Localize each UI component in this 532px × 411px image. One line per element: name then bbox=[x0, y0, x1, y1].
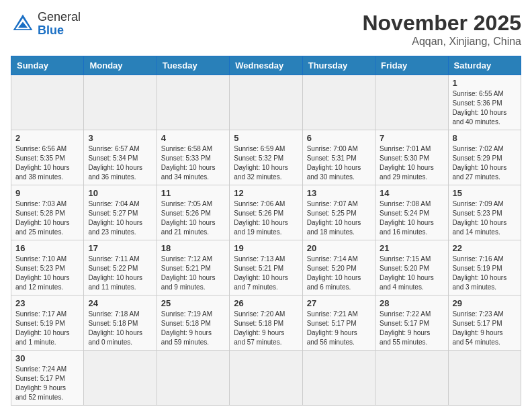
header-thursday: Thursday bbox=[302, 56, 375, 75]
logo: General Blue bbox=[11, 11, 81, 38]
calendar-row: 30Sunrise: 7:24 AM Sunset: 5:17 PM Dayli… bbox=[11, 351, 521, 406]
table-row: 26Sunrise: 7:20 AM Sunset: 5:18 PM Dayli… bbox=[230, 295, 302, 351]
table-row bbox=[230, 351, 302, 406]
day-number: 12 bbox=[234, 188, 298, 198]
header-sunday: Sunday bbox=[11, 56, 84, 75]
day-number: 27 bbox=[307, 298, 371, 308]
table-row: 10Sunrise: 7:04 AM Sunset: 5:27 PM Dayli… bbox=[84, 185, 157, 240]
day-number: 23 bbox=[15, 298, 79, 308]
day-number: 19 bbox=[234, 243, 298, 253]
location-title: Aqqan, Xinjiang, China bbox=[362, 36, 521, 48]
day-info: Sunrise: 7:12 AM Sunset: 5:21 PM Dayligh… bbox=[161, 255, 225, 292]
table-row: 16Sunrise: 7:10 AM Sunset: 5:23 PM Dayli… bbox=[11, 240, 84, 295]
day-info: Sunrise: 7:03 AM Sunset: 5:28 PM Dayligh… bbox=[15, 199, 79, 237]
header-tuesday: Tuesday bbox=[157, 56, 229, 75]
logo-general: General bbox=[38, 10, 81, 24]
day-info: Sunrise: 7:14 AM Sunset: 5:20 PM Dayligh… bbox=[307, 255, 371, 292]
day-info: Sunrise: 7:16 AM Sunset: 5:19 PM Dayligh… bbox=[453, 255, 517, 292]
day-info: Sunrise: 7:15 AM Sunset: 5:20 PM Dayligh… bbox=[380, 255, 443, 292]
table-row: 9Sunrise: 7:03 AM Sunset: 5:28 PM Daylig… bbox=[11, 185, 84, 240]
calendar-row: 1Sunrise: 6:55 AM Sunset: 5:36 PM Daylig… bbox=[11, 75, 521, 130]
day-number: 9 bbox=[15, 188, 79, 198]
day-info: Sunrise: 7:00 AM Sunset: 5:31 PM Dayligh… bbox=[307, 144, 371, 182]
calendar-row: 2Sunrise: 6:56 AM Sunset: 5:35 PM Daylig… bbox=[11, 130, 521, 185]
day-info: Sunrise: 7:18 AM Sunset: 5:18 PM Dayligh… bbox=[88, 310, 152, 347]
table-row bbox=[448, 351, 521, 406]
day-info: Sunrise: 7:04 AM Sunset: 5:27 PM Dayligh… bbox=[88, 199, 152, 237]
day-info: Sunrise: 7:19 AM Sunset: 5:18 PM Dayligh… bbox=[161, 310, 225, 347]
day-number: 15 bbox=[453, 188, 517, 198]
calendar-table: Sunday Monday Tuesday Wednesday Thursday… bbox=[11, 56, 521, 406]
day-info: Sunrise: 7:09 AM Sunset: 5:23 PM Dayligh… bbox=[453, 199, 517, 237]
day-info: Sunrise: 7:17 AM Sunset: 5:19 PM Dayligh… bbox=[15, 310, 79, 347]
day-number: 2 bbox=[15, 133, 79, 143]
calendar-row: 16Sunrise: 7:10 AM Sunset: 5:23 PM Dayli… bbox=[11, 240, 521, 295]
day-info: Sunrise: 7:11 AM Sunset: 5:22 PM Dayligh… bbox=[88, 255, 152, 292]
table-row: 22Sunrise: 7:16 AM Sunset: 5:19 PM Dayli… bbox=[448, 240, 521, 295]
table-row bbox=[375, 75, 448, 130]
table-row bbox=[230, 75, 302, 130]
table-row: 28Sunrise: 7:22 AM Sunset: 5:17 PM Dayli… bbox=[375, 295, 448, 351]
day-number: 25 bbox=[161, 298, 225, 308]
calendar-row: 9Sunrise: 7:03 AM Sunset: 5:28 PM Daylig… bbox=[11, 185, 521, 240]
day-info: Sunrise: 6:57 AM Sunset: 5:34 PM Dayligh… bbox=[88, 144, 152, 182]
day-info: Sunrise: 6:56 AM Sunset: 5:35 PM Dayligh… bbox=[15, 144, 79, 182]
table-row bbox=[302, 75, 375, 130]
table-row: 12Sunrise: 7:06 AM Sunset: 5:26 PM Dayli… bbox=[230, 185, 302, 240]
day-number: 6 bbox=[307, 133, 371, 143]
calendar-row: 23Sunrise: 7:17 AM Sunset: 5:19 PM Dayli… bbox=[11, 295, 521, 351]
table-row bbox=[11, 75, 84, 130]
day-info: Sunrise: 7:01 AM Sunset: 5:30 PM Dayligh… bbox=[380, 144, 443, 182]
table-row bbox=[84, 75, 157, 130]
header-monday: Monday bbox=[84, 56, 157, 75]
table-row bbox=[84, 351, 157, 406]
logo-icon bbox=[11, 12, 35, 36]
table-row: 13Sunrise: 7:07 AM Sunset: 5:25 PM Dayli… bbox=[302, 185, 375, 240]
day-number: 11 bbox=[161, 188, 225, 198]
day-info: Sunrise: 7:06 AM Sunset: 5:26 PM Dayligh… bbox=[234, 199, 298, 237]
table-row: 2Sunrise: 6:56 AM Sunset: 5:35 PM Daylig… bbox=[11, 130, 84, 185]
day-info: Sunrise: 6:58 AM Sunset: 5:33 PM Dayligh… bbox=[161, 144, 225, 182]
table-row: 21Sunrise: 7:15 AM Sunset: 5:20 PM Dayli… bbox=[375, 240, 448, 295]
day-number: 14 bbox=[380, 188, 443, 198]
table-row: 15Sunrise: 7:09 AM Sunset: 5:23 PM Dayli… bbox=[448, 185, 521, 240]
day-number: 13 bbox=[307, 188, 371, 198]
day-number: 8 bbox=[453, 133, 517, 143]
logo-text: General Blue bbox=[38, 11, 81, 38]
day-number: 24 bbox=[88, 298, 152, 308]
table-row bbox=[375, 351, 448, 406]
table-row: 18Sunrise: 7:12 AM Sunset: 5:21 PM Dayli… bbox=[157, 240, 229, 295]
day-number: 22 bbox=[453, 243, 517, 253]
day-info: Sunrise: 6:55 AM Sunset: 5:36 PM Dayligh… bbox=[453, 89, 517, 127]
day-number: 26 bbox=[234, 298, 298, 308]
table-row: 3Sunrise: 6:57 AM Sunset: 5:34 PM Daylig… bbox=[84, 130, 157, 185]
table-row: 23Sunrise: 7:17 AM Sunset: 5:19 PM Dayli… bbox=[11, 295, 84, 351]
table-row: 1Sunrise: 6:55 AM Sunset: 5:36 PM Daylig… bbox=[448, 75, 521, 130]
day-info: Sunrise: 7:05 AM Sunset: 5:26 PM Dayligh… bbox=[161, 199, 225, 237]
day-number: 20 bbox=[307, 243, 371, 253]
table-row: 30Sunrise: 7:24 AM Sunset: 5:17 PM Dayli… bbox=[11, 351, 84, 406]
table-row: 20Sunrise: 7:14 AM Sunset: 5:20 PM Dayli… bbox=[302, 240, 375, 295]
day-info: Sunrise: 7:08 AM Sunset: 5:24 PM Dayligh… bbox=[380, 199, 443, 237]
day-info: Sunrise: 7:22 AM Sunset: 5:17 PM Dayligh… bbox=[380, 310, 443, 347]
table-row bbox=[157, 351, 229, 406]
day-number: 17 bbox=[88, 243, 152, 253]
day-number: 16 bbox=[15, 243, 79, 253]
day-number: 10 bbox=[88, 188, 152, 198]
day-number: 30 bbox=[15, 353, 79, 363]
day-number: 7 bbox=[380, 133, 443, 143]
day-info: Sunrise: 7:24 AM Sunset: 5:17 PM Dayligh… bbox=[15, 365, 79, 402]
day-number: 3 bbox=[88, 133, 152, 143]
table-row bbox=[302, 351, 375, 406]
table-row: 27Sunrise: 7:21 AM Sunset: 5:17 PM Dayli… bbox=[302, 295, 375, 351]
day-number: 5 bbox=[234, 133, 298, 143]
day-info: Sunrise: 7:07 AM Sunset: 5:25 PM Dayligh… bbox=[307, 199, 371, 237]
day-number: 4 bbox=[161, 133, 225, 143]
day-number: 29 bbox=[453, 298, 517, 308]
day-number: 1 bbox=[453, 78, 517, 88]
table-row: 14Sunrise: 7:08 AM Sunset: 5:24 PM Dayli… bbox=[375, 185, 448, 240]
table-row: 24Sunrise: 7:18 AM Sunset: 5:18 PM Dayli… bbox=[84, 295, 157, 351]
header-wednesday: Wednesday bbox=[230, 56, 302, 75]
table-row: 25Sunrise: 7:19 AM Sunset: 5:18 PM Dayli… bbox=[157, 295, 229, 351]
day-number: 21 bbox=[380, 243, 443, 253]
